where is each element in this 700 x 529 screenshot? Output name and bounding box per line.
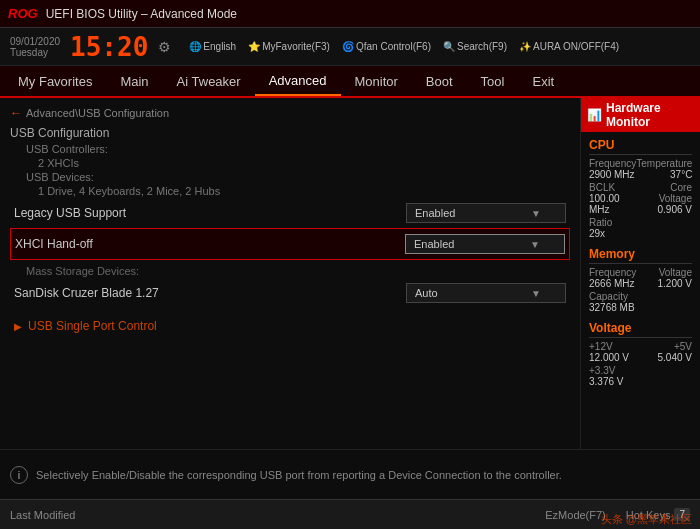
hw-mem-freq-label: Frequency: [589, 267, 636, 278]
expand-triangle-icon: ▶: [14, 321, 22, 332]
usb-single-port-row[interactable]: ▶ USB Single Port Control: [10, 314, 570, 338]
search-icon[interactable]: 🔍 Search(F9): [443, 41, 507, 52]
hw-freq-label: Frequency: [589, 158, 636, 169]
usb-controllers-value: 2 XHCIs: [10, 156, 570, 170]
sandisk-row: SanDisk Cruzer Blade 1.27 Auto ▼: [10, 278, 570, 308]
hw-temp-value: 37°C: [636, 169, 692, 180]
nav-exit[interactable]: Exit: [518, 66, 568, 96]
content-area: ← Advanced\USB Configuration USB Configu…: [0, 98, 580, 449]
hw-cpu-row-0: Frequency 2900 MHz Temperature 37°C: [589, 158, 692, 180]
aura-icon[interactable]: ✨ AURA ON/OFF(F4): [519, 41, 619, 52]
hw-mem-volt-label: Voltage: [658, 267, 692, 278]
nav-advanced[interactable]: Advanced: [255, 66, 341, 96]
usb-devices-value: 1 Drive, 4 Keyboards, 2 Mice, 2 Hubs: [10, 184, 570, 198]
legacy-usb-row: Legacy USB Support Enabled ▼: [10, 198, 570, 228]
nav-menu: My Favorites Main Ai Tweaker Advanced Mo…: [0, 66, 700, 98]
hw-memory-section: Memory Frequency 2666 MHz Voltage 1.200 …: [589, 247, 692, 313]
myfavorite-icon[interactable]: ⭐ MyFavorite(F3): [248, 41, 330, 52]
legacy-usb-value: Enabled: [415, 207, 455, 219]
sandisk-arrow: ▼: [531, 288, 541, 299]
main-layout: ← Advanced\USB Configuration USB Configu…: [0, 98, 700, 449]
bottom-bar: Last Modified EzMode(F7) Hot Keys 7: [0, 499, 700, 529]
nav-main[interactable]: Main: [106, 66, 162, 96]
hw-memory-title: Memory: [589, 247, 692, 264]
xhci-dropdown[interactable]: Enabled ▼: [405, 234, 565, 254]
sandisk-value: Auto: [415, 287, 438, 299]
hw-cpu-section: CPU Frequency 2900 MHz Temperature 37°C …: [589, 138, 692, 239]
hw-mem-volt-value: 1.200 V: [658, 278, 692, 289]
ezmode-label: EzMode(F7): [545, 509, 606, 521]
hw-5v-value: 5.040 V: [658, 352, 692, 363]
hw-12v-label: +12V: [589, 341, 629, 352]
nav-tool[interactable]: Tool: [467, 66, 519, 96]
gear-icon[interactable]: ⚙: [158, 39, 171, 55]
hw-cpu-title: CPU: [589, 138, 692, 155]
hw-ratio-label: Ratio: [589, 217, 612, 228]
info-text: Selectively Enable/Disable the correspon…: [36, 469, 562, 481]
usb-config-title: USB Configuration: [10, 126, 570, 140]
time-display: 15:20: [70, 32, 148, 62]
hw-mem-row-1: Capacity 32768 MB: [589, 291, 692, 313]
legacy-usb-label: Legacy USB Support: [14, 206, 126, 220]
info-icon: i: [10, 466, 28, 484]
legacy-usb-dropdown[interactable]: Enabled ▼: [406, 203, 566, 223]
top-icons: 🌐 English ⭐ MyFavorite(F3) 🌀 Qfan Contro…: [189, 41, 619, 52]
hw-capacity-value: 32768 MB: [589, 302, 635, 313]
hw-corevolt-label: Core Voltage: [639, 182, 692, 204]
sandisk-dropdown[interactable]: Auto ▼: [406, 283, 566, 303]
hw-voltage-title: Voltage: [589, 321, 692, 338]
top-bar: ROG UEFI BIOS Utility – Advanced Mode: [0, 0, 700, 28]
day: Tuesday: [10, 47, 60, 58]
hw-freq-value: 2900 MHz: [589, 169, 636, 180]
nav-monitor[interactable]: Monitor: [341, 66, 412, 96]
hw-mem-row-0: Frequency 2666 MHz Voltage 1.200 V: [589, 267, 692, 289]
date: 09/01/2020: [10, 36, 60, 47]
hw-cpu-row-1: BCLK 100.00 MHz Core Voltage 0.906 V: [589, 182, 692, 215]
bios-title: UEFI BIOS Utility – Advanced Mode: [46, 7, 237, 21]
hw-bclk-label: BCLK: [589, 182, 639, 193]
hw-33v-label: +3.3V: [589, 365, 623, 376]
nav-boot[interactable]: Boot: [412, 66, 467, 96]
hw-monitor: 📊 Hardware Monitor CPU Frequency 2900 MH…: [580, 98, 700, 449]
ezmode-item[interactable]: EzMode(F7): [545, 509, 606, 521]
hw-capacity-label: Capacity: [589, 291, 635, 302]
hw-mem-freq-value: 2666 MHz: [589, 278, 636, 289]
xhci-row: XHCI Hand-off Enabled ▼: [10, 228, 570, 260]
xhci-label: XHCI Hand-off: [15, 237, 93, 251]
hw-temp-label: Temperature: [636, 158, 692, 169]
hw-monitor-title: 📊 Hardware Monitor: [581, 98, 700, 132]
hw-12v-value: 12.000 V: [589, 352, 629, 363]
hw-voltage-section: Voltage +12V 12.000 V +5V 5.040 V +3.3V …: [589, 321, 692, 387]
sandisk-label: SanDisk Cruzer Blade 1.27: [14, 286, 159, 300]
rog-logo: ROG: [8, 6, 38, 21]
hw-volt-row-1: +3.3V 3.376 V: [589, 365, 692, 387]
hw-cpu-row-2: Ratio 29x: [589, 217, 692, 239]
hw-5v-label: +5V: [658, 341, 692, 352]
nav-my-favorites[interactable]: My Favorites: [4, 66, 106, 96]
qfan-icon[interactable]: 🌀 Qfan Control(F6): [342, 41, 431, 52]
breadcrumb: ← Advanced\USB Configuration: [10, 106, 570, 120]
xhci-value: Enabled: [414, 238, 454, 250]
breadcrumb-path: Advanced\USB Configuration: [26, 107, 169, 119]
xhci-arrow: ▼: [530, 239, 540, 250]
mass-storage-label: Mass Storage Devices:: [10, 264, 570, 278]
hw-ratio-value: 29x: [589, 228, 612, 239]
hw-corevolt-value: 0.906 V: [639, 204, 692, 215]
breadcrumb-arrow[interactable]: ←: [10, 106, 22, 120]
hw-bclk-value: 100.00 MHz: [589, 193, 639, 215]
nav-ai-tweaker[interactable]: Ai Tweaker: [163, 66, 255, 96]
info-bar: i Selectively Enable/Disable the corresp…: [0, 449, 700, 499]
hw-33v-value: 3.376 V: [589, 376, 623, 387]
legacy-usb-arrow: ▼: [531, 208, 541, 219]
header-row: 09/01/2020 Tuesday 15:20 ⚙ 🌐 English ⭐ M…: [0, 28, 700, 66]
english-icon[interactable]: 🌐 English: [189, 41, 236, 52]
hw-volt-row-0: +12V 12.000 V +5V 5.040 V: [589, 341, 692, 363]
last-modified-item: Last Modified: [10, 509, 75, 521]
monitor-icon: 📊: [587, 108, 602, 122]
watermark: 头条 @黑苹果社区: [601, 512, 692, 527]
usb-devices-label: USB Devices:: [10, 170, 570, 184]
usb-single-port-label: USB Single Port Control: [28, 319, 157, 333]
usb-controllers-label: USB Controllers:: [10, 142, 570, 156]
last-modified-label: Last Modified: [10, 509, 75, 521]
